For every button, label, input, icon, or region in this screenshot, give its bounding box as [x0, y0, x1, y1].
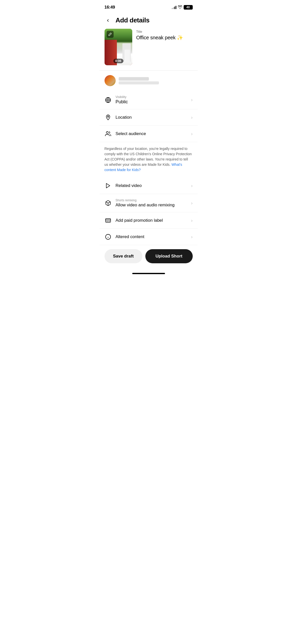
svg-marker-3 [106, 183, 110, 188]
back-button[interactable]: ‹ [104, 16, 113, 25]
header: ‹ Add details [100, 13, 198, 29]
avatar [105, 75, 116, 86]
page-title: Add details [116, 16, 150, 24]
related-video-chevron-icon: › [191, 183, 193, 188]
location-icon [105, 114, 112, 121]
altered-content-label: Altered content [116, 234, 187, 239]
paid-promotion-row[interactable]: Add paid promotion label › [100, 212, 198, 229]
location-text: Location [116, 115, 187, 120]
video-meta: Title Office sneak peek ✨ [136, 29, 193, 41]
paid-promotion-icon [105, 217, 112, 224]
user-handle [119, 81, 159, 84]
visibility-row[interactable]: Visibility Public › [100, 91, 198, 109]
location-row[interactable]: Location › [100, 109, 198, 126]
battery-icon: 40 [184, 5, 193, 10]
home-bar [132, 273, 165, 274]
info-icon [105, 233, 112, 240]
related-video-label: Related video [116, 183, 187, 188]
remixing-label: Allow video and audio remixing [116, 203, 187, 208]
remix-icon [105, 200, 112, 207]
signal-icon [172, 6, 176, 9]
video-duration: 0:06 [113, 59, 123, 63]
svg-point-2 [106, 132, 108, 134]
battery-level: 40 [186, 6, 190, 9]
avatar-image [105, 75, 116, 86]
video-thumbnail[interactable]: 0:06 [105, 29, 132, 65]
wifi-icon [178, 5, 182, 10]
edit-icon[interactable] [107, 31, 114, 38]
location-label: Location [116, 115, 187, 120]
remixing-text: Shorts remixing Allow video and audio re… [116, 199, 187, 208]
title-label: Title [136, 30, 193, 34]
paid-promotion-label: Add paid promotion label [116, 218, 187, 223]
paid-promotion-text: Add paid promotion label [116, 218, 187, 223]
audience-label: Select audience [116, 131, 187, 136]
audience-text: Select audience [116, 131, 187, 136]
audience-row[interactable]: Select audience › [100, 126, 198, 142]
save-draft-button[interactable]: Save draft [105, 249, 142, 263]
status-icons: 40 [172, 5, 193, 10]
remixing-chevron-icon: › [191, 201, 193, 206]
related-video-text: Related video [116, 183, 187, 188]
altered-content-row[interactable]: Altered content › [100, 229, 198, 245]
status-bar: 16:49 40 [100, 0, 198, 13]
user-section [100, 71, 198, 91]
back-chevron-icon: ‹ [107, 17, 109, 24]
paid-promotion-chevron-icon: › [191, 218, 193, 223]
user-name [119, 77, 149, 81]
visibility-chevron-icon: › [191, 97, 193, 103]
upload-short-button[interactable]: Upload Short [145, 249, 193, 263]
play-icon [105, 182, 112, 189]
altered-content-chevron-icon: › [191, 234, 193, 240]
audience-icon [105, 130, 112, 137]
home-indicator [100, 271, 198, 277]
location-chevron-icon: › [191, 115, 193, 120]
video-title[interactable]: Office sneak peek ✨ [136, 35, 193, 41]
visibility-value: Public [116, 99, 187, 105]
altered-content-text: Altered content [116, 234, 187, 239]
svg-rect-4 [106, 219, 111, 222]
audience-chevron-icon: › [191, 131, 193, 137]
remixing-sublabel: Shorts remixing [116, 199, 187, 202]
coppa-notice: Regardless of your location, you're lega… [100, 142, 198, 178]
globe-icon [105, 96, 112, 104]
status-time: 16:49 [105, 5, 115, 10]
visibility-text: Visibility Public [116, 95, 187, 105]
visibility-sublabel: Visibility [116, 95, 187, 99]
user-info [119, 77, 159, 84]
related-video-row[interactable]: Related video › [100, 178, 198, 194]
bottom-buttons: Save draft Upload Short [100, 245, 198, 271]
video-section: 0:06 Title Office sneak peek ✨ [100, 29, 198, 70]
remixing-row[interactable]: Shorts remixing Allow video and audio re… [100, 194, 198, 212]
svg-point-1 [107, 116, 109, 117]
